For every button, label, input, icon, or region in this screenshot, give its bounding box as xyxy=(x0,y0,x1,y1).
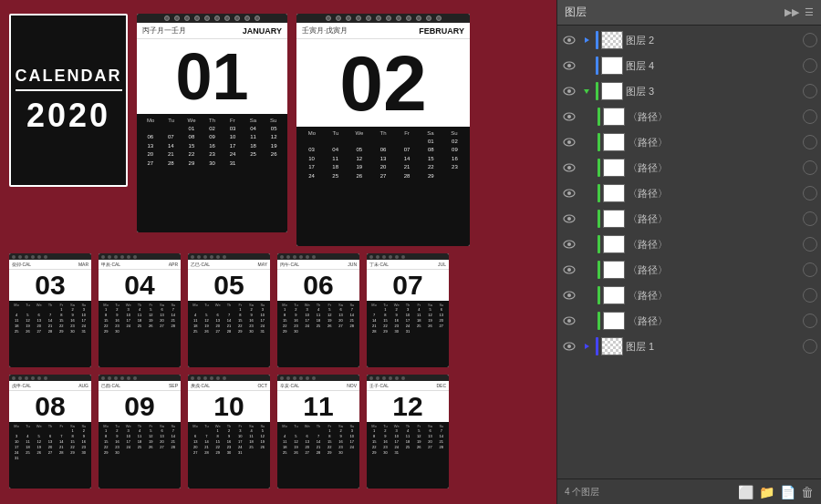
layers-title-icons: ▶▶ ☰ xyxy=(785,6,814,18)
feb-cn: 壬寅月·戊寅月 xyxy=(302,26,348,36)
layer-row-path8[interactable]: 〈路径〉 xyxy=(557,283,821,308)
expand-icon-layer3[interactable] xyxy=(580,85,593,98)
new-layer-icon[interactable]: 📄 xyxy=(780,485,795,499)
june-card: 丙午·CAL JUN 06 MoTuWeThFrSaSu 1234567 891… xyxy=(277,253,359,367)
dec-num: 12 xyxy=(367,391,449,422)
layer-row-layer1[interactable]: 图层 1 xyxy=(557,334,821,359)
jun-num: 06 xyxy=(277,270,359,301)
spiral-dot xyxy=(234,15,240,21)
layer-row-path9[interactable]: 〈路径〉 xyxy=(557,308,821,334)
layer-row-path4[interactable]: 〈路径〉 xyxy=(557,180,821,206)
october-card: 庚戌·CAL OCT 10 MoTuWeThFrSaSu ..12345 678… xyxy=(188,375,270,489)
color-bar-layer2 xyxy=(596,31,598,49)
layer-name-layer3: 图层 3 xyxy=(626,85,800,98)
spiral-feb xyxy=(296,14,470,23)
thumbnail-layer1 xyxy=(601,337,623,355)
thumbnail-path1 xyxy=(603,108,625,126)
layer-row-path5[interactable]: 〈路径〉 xyxy=(557,206,821,231)
color-bar-path1 xyxy=(598,108,600,126)
visibility-icon-layer3[interactable] xyxy=(561,83,577,99)
svg-marker-2 xyxy=(585,37,589,43)
feb-header: 壬寅月·戊寅月 FEBRUARY xyxy=(296,23,470,39)
oct-num: 10 xyxy=(188,391,270,422)
layer-name-path6: 〈路径〉 xyxy=(628,238,800,252)
feb-num: 02 xyxy=(296,39,470,127)
visibility-icon-path2[interactable] xyxy=(561,134,577,150)
visibility-icon-path1[interactable] xyxy=(561,108,577,125)
layer-row-path3[interactable]: 〈路径〉 xyxy=(557,155,821,180)
layer-row-path7[interactable]: 〈路径〉 xyxy=(557,257,821,283)
svg-point-21 xyxy=(567,268,571,272)
spiral-dot xyxy=(164,15,170,21)
layer-row-layer2[interactable]: 图层 2 xyxy=(557,27,821,53)
cover-card: CALENDAR 2020 xyxy=(9,14,128,187)
layer-link-layer1[interactable] xyxy=(803,339,817,354)
layers-list[interactable]: 图层 2 图层 4 图层 3 xyxy=(557,26,821,478)
feb-month-name: FEBRUARY xyxy=(419,26,464,36)
jan-month-name: JANUARY xyxy=(243,26,282,36)
jan-grid-header: Mo Tu We Th Fr Sa Su xyxy=(140,118,284,123)
svg-point-13 xyxy=(567,166,571,170)
spiral-dot xyxy=(174,15,180,21)
spiral-dot xyxy=(214,15,220,21)
layers-footer: 4 个图层 ⬜ 📁 📄 🗑 xyxy=(557,478,821,504)
row1: CALENDAR 2020 丙子月一壬月 JANUARY 01 xyxy=(9,14,547,246)
august-card: 戊申·CAL AUG 08 MoTuWeThFrSaSu .....12 345… xyxy=(9,375,91,489)
search-layers-icon[interactable]: ⬜ xyxy=(738,485,753,499)
layer-row-layer3[interactable]: 图层 3 xyxy=(557,78,821,104)
layer-name-layer1: 图层 1 xyxy=(626,340,800,354)
layer-row-path2[interactable]: 〈路径〉 xyxy=(557,129,821,155)
expand-icon-layer2[interactable] xyxy=(580,34,593,46)
layer-link-layer4[interactable] xyxy=(803,58,817,73)
aug-num: 08 xyxy=(9,391,91,422)
feb-grid-header: Mo Tu We Th Fr Sa Su xyxy=(300,130,466,136)
layers-panel-title: 图层 xyxy=(565,5,587,20)
feb-grid: Mo Tu We Th Fr Sa Su . . . . . 01 02 03 xyxy=(296,127,470,246)
svg-point-15 xyxy=(567,191,571,195)
cover-title: CALENDAR xyxy=(16,67,122,91)
new-group-icon[interactable]: 📁 xyxy=(759,485,774,499)
jul-num: 07 xyxy=(367,270,449,301)
spiral-dot xyxy=(184,15,190,21)
layers-forward-icon[interactable]: ▶▶ xyxy=(785,6,799,18)
svg-point-6 xyxy=(567,89,571,93)
spiral-dot xyxy=(244,15,250,21)
july-card: 丁未·CAL JUL 07 MoTuWeThFrSaSu .123456 789… xyxy=(367,253,449,367)
visibility-icon-layer4[interactable] xyxy=(561,57,577,74)
row2: 癸卯·CAL MAR 03 MoTuWeThFrSaSu ....123 456… xyxy=(9,253,547,367)
january-card: 丙子月一壬月 JANUARY 01 Mo Tu We Th Fr Sa Su .… xyxy=(137,14,287,232)
layer-name-path3: 〈路径〉 xyxy=(628,161,800,175)
layer-row-path1[interactable]: 〈路径〉 xyxy=(557,104,821,129)
layer-link-layer3[interactable] xyxy=(803,84,817,98)
color-bar-layer3 xyxy=(596,82,598,100)
spiral-dot xyxy=(255,15,260,21)
jan-grid-body: . . 01 02 03 04 05 06 07 08 09 10 11 12 … xyxy=(140,125,284,167)
layer-row-path6[interactable]: 〈路径〉 xyxy=(557,231,821,257)
jan-num: 01 xyxy=(137,39,287,114)
mar-num: 03 xyxy=(9,270,91,301)
layer-link-path1[interactable] xyxy=(803,109,817,124)
mar-grid: MoTuWeThFrSaSu ....123 45678910 11121314… xyxy=(9,301,91,367)
visibility-icon-layer1[interactable] xyxy=(561,338,577,355)
february-card: 壬寅月·戊寅月 FEBRUARY 02 Mo Tu We Th Fr Sa Su… xyxy=(296,14,470,246)
jan-header: 丙子月一壬月 JANUARY xyxy=(137,23,287,39)
apr-num: 04 xyxy=(99,270,181,301)
color-bar-layer4 xyxy=(596,57,598,75)
expand-icon-layer1[interactable] xyxy=(580,340,593,353)
canvas-area: CALENDAR 2020 丙子月一壬月 JANUARY 01 xyxy=(0,0,556,504)
svg-point-1 xyxy=(567,38,571,42)
delete-layer-icon[interactable]: 🗑 xyxy=(801,485,814,499)
layers-menu-icon[interactable]: ☰ xyxy=(805,6,814,18)
layer-link-layer2[interactable] xyxy=(803,33,817,47)
svg-point-19 xyxy=(567,242,571,246)
svg-marker-7 xyxy=(584,89,589,94)
visibility-icon-layer2[interactable] xyxy=(561,32,577,48)
december-card: 壬子·CAL DEC 12 MoTuWeThFrSaSu 1234567 891… xyxy=(367,375,449,489)
layer-row-layer4[interactable]: 图层 4 xyxy=(557,53,821,78)
svg-marker-28 xyxy=(585,344,589,349)
jan-grid: Mo Tu We Th Fr Sa Su . . 01 02 03 04 05 … xyxy=(137,114,287,232)
may-card: 乙巳·CAL MAY 05 MoTuWeThFrSaSu ....123 456… xyxy=(188,253,270,367)
layers-titlebar: 图层 ▶▶ ☰ xyxy=(557,0,821,26)
svg-point-17 xyxy=(567,217,571,221)
layer-name-path5: 〈路径〉 xyxy=(628,212,800,226)
